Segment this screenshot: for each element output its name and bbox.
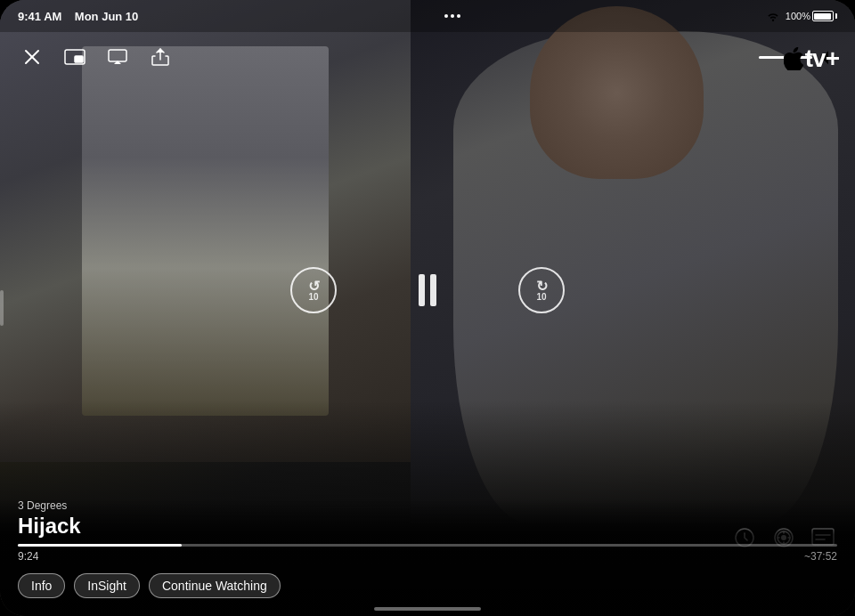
rewind-seconds-label: 10 bbox=[308, 292, 318, 302]
episode-title: Hijack bbox=[18, 514, 837, 539]
side-handle bbox=[0, 290, 4, 326]
tv-plus-text: tv+ bbox=[805, 45, 839, 73]
status-right: 100% bbox=[766, 11, 837, 21]
progress-bar[interactable] bbox=[18, 544, 837, 547]
pause-play-button[interactable] bbox=[408, 271, 447, 310]
progress-fill bbox=[18, 544, 182, 547]
battery-fill bbox=[814, 13, 831, 20]
top-controls bbox=[0, 32, 855, 82]
svg-rect-3 bbox=[75, 56, 83, 62]
pause-bar-left bbox=[419, 274, 425, 306]
ipad-frame: 9:41 AM Mon Jun 10 100% bbox=[0, 0, 855, 616]
battery-body bbox=[812, 11, 834, 21]
battery-tip bbox=[835, 13, 837, 19]
status-bar: 9:41 AM Mon Jun 10 100% bbox=[0, 0, 855, 32]
wifi-icon bbox=[766, 11, 780, 21]
dot3 bbox=[457, 14, 460, 18]
dot2 bbox=[451, 14, 454, 18]
home-indicator[interactable] bbox=[374, 607, 481, 611]
show-info: 3 Degrees Hijack bbox=[18, 499, 837, 539]
current-time: 9:24 bbox=[18, 550, 38, 563]
airplay-button[interactable] bbox=[103, 43, 132, 71]
date-display: Mon Jun 10 bbox=[75, 10, 139, 23]
status-time: 9:41 AM Mon Jun 10 bbox=[18, 10, 138, 23]
rewind-10-button[interactable]: ↺ 10 bbox=[290, 267, 337, 313]
remaining-time: ~37:52 bbox=[804, 550, 837, 563]
info-button[interactable]: Info bbox=[18, 573, 65, 598]
apple-tv-branding: tv+ bbox=[784, 45, 839, 73]
pause-bar-right bbox=[430, 274, 436, 306]
battery-percent: 100% bbox=[786, 11, 810, 21]
series-title: 3 Degrees bbox=[18, 499, 837, 512]
center-playback-controls: ↺ 10 ↻ 10 bbox=[0, 267, 855, 313]
dot1 bbox=[444, 14, 448, 18]
battery-indicator: 100% bbox=[786, 11, 837, 21]
continue-watching-button[interactable]: Continue Watching bbox=[149, 573, 281, 598]
pill-buttons: Info InSight Continue Watching bbox=[18, 573, 837, 598]
time-display: 9:41 AM bbox=[18, 10, 61, 23]
picture-in-picture-button[interactable] bbox=[61, 43, 89, 71]
time-row: 9:24 ~37:52 bbox=[18, 550, 837, 563]
insight-button[interactable]: InSight bbox=[74, 573, 140, 598]
forward-seconds-label: 10 bbox=[536, 292, 546, 302]
apple-logo-icon bbox=[784, 47, 803, 70]
share-button[interactable] bbox=[146, 43, 175, 71]
forward-10-button[interactable]: ↻ 10 bbox=[518, 267, 565, 313]
close-button[interactable] bbox=[18, 43, 46, 71]
status-dots bbox=[444, 14, 460, 18]
top-left-controls bbox=[18, 43, 175, 71]
bottom-overlay: 3 Degrees Hijack 9:24 ~37:52 Info InSigh… bbox=[0, 499, 855, 616]
